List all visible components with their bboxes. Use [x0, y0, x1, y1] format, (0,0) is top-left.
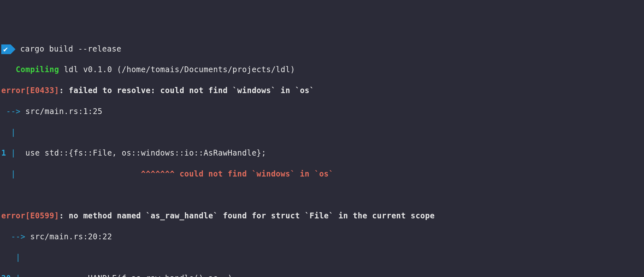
compiling-target: ldl v0.1.0 (/home/tomais/Documents/proje… — [59, 65, 295, 74]
source-code: HANDLE(f.as_raw_handle() as _), — [25, 274, 237, 277]
error-note: could not find `windows` in `os` — [175, 169, 333, 178]
error-message: failed to resolve: could not find `windo… — [69, 86, 314, 95]
compiling-line: Compiling ldl v0.1.0 (/home/tomais/Docum… — [1, 64, 643, 75]
pipe: | — [1, 169, 21, 178]
caret-pad — [21, 169, 141, 178]
prompt-command-line[interactable]: ✔ cargo build --release — [1, 44, 643, 54]
blank-line — [1, 190, 643, 200]
error-message: no method named `as_raw_handle` found fo… — [69, 211, 435, 220]
caret-underline: ^^^^^^^ — [141, 169, 175, 178]
line-number: 20 — [1, 274, 11, 277]
error-code: E0433 — [30, 86, 54, 95]
error-colon: : — [59, 211, 69, 220]
error-location-2: --> src/main.rs:20:22 — [1, 232, 643, 242]
error-code: E0599 — [30, 211, 54, 220]
error-colon: : — [59, 86, 69, 95]
error-location-1: --> src/main.rs:1:25 — [1, 106, 643, 117]
code-line-2: 20 | HANDLE(f.as_raw_handle() as _), — [1, 273, 643, 277]
error-tag-prefix: error[ — [1, 86, 30, 95]
pipe: | — [1, 253, 21, 262]
pipe: | — [1, 128, 21, 137]
error-header-1: error[E0433]: failed to resolve: could n… — [1, 85, 643, 96]
command-text: cargo build --release — [11, 44, 121, 53]
arrow-icon: --> — [1, 107, 25, 116]
gutter-pipe: | — [1, 127, 643, 138]
error-header-2: error[E0599]: no method named `as_raw_ha… — [1, 211, 643, 221]
error-tag-suffix: ] — [54, 211, 59, 220]
gutter-pipe: | — [1, 252, 643, 263]
compiling-label: Compiling — [16, 65, 59, 74]
source-code: use std::{fs::File, os::windows::io::AsR… — [21, 148, 266, 158]
prompt-ok-badge: ✔ — [1, 44, 11, 54]
line-number: 1 — [1, 148, 6, 158]
location-text: src/main.rs:20:22 — [30, 232, 112, 241]
caret-line-1: | ^^^^^^^ could not find `windows` in `o… — [1, 169, 643, 179]
pipe: | — [11, 274, 25, 277]
code-line-1: 1 | use std::{fs::File, os::windows::io:… — [1, 148, 643, 158]
error-tag-prefix: error[ — [1, 211, 30, 220]
error-tag-suffix: ] — [54, 86, 59, 95]
pipe: | — [6, 148, 21, 158]
arrow-icon: --> — [1, 232, 30, 241]
location-text: src/main.rs:1:25 — [25, 107, 102, 116]
